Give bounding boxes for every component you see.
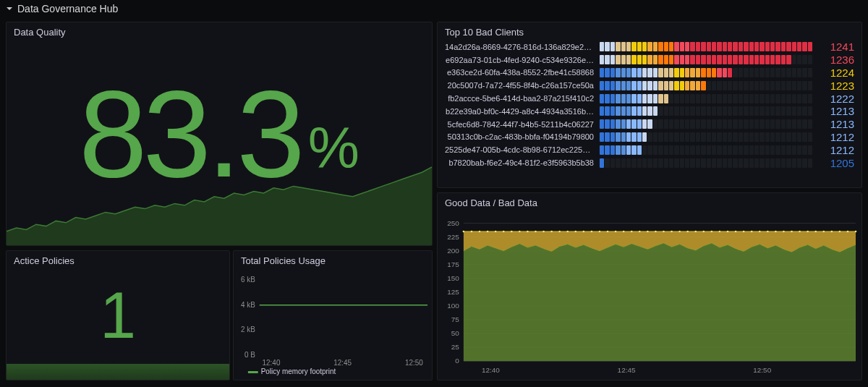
panel-title: Good Data / Bad Data [438,193,861,210]
client-heat-cells [600,42,812,51]
active-policies-value: 1 [7,251,229,380]
svg-point-32 [471,231,473,233]
client-id: 20c5007d-7a72-4f55-8f4b-c26a157ce50a [445,81,597,90]
client-row[interactable]: b7820bab-f6e2-49c4-81f2-e3f5963b5b381205 [445,156,854,169]
client-id: fb2accce-5be6-414d-baa2-87a215f410c2 [445,94,597,103]
panel-active-policies[interactable]: Actice Policies 1 [6,250,230,380]
client-heat-cells [600,68,812,77]
svg-point-52 [631,231,633,233]
panel-top10-bad-clients[interactable]: Top 10 Bad Clients 14a2d26a-8669-4276-81… [437,22,862,188]
svg-point-71 [783,231,785,233]
row-title: Data Governance Hub [17,3,118,14]
client-id: e363ce2d-60fa-438a-8552-2fbe41c58868 [445,68,597,77]
gdbd-chart: 025507510012515017520022525012:4012:4512… [438,213,861,377]
svg-text:100: 100 [447,302,459,310]
svg-text:125: 125 [447,288,459,296]
svg-point-38 [519,231,521,233]
client-heat-cells [600,132,812,142]
client-id: 14a2d26a-8669-4276-816d-136a829e2d… [445,43,597,51]
client-heat-cells [600,145,812,155]
panel-title: Data Quality [7,22,432,39]
client-heat-cells [600,106,812,116]
svg-point-53 [639,231,641,233]
svg-point-77 [831,231,833,233]
svg-point-33 [479,231,481,233]
top10-rows: 14a2d26a-8669-4276-816d-136a829e2d…1241e… [438,39,861,172]
svg-point-76 [822,231,825,233]
svg-text:0 B: 0 B [244,351,255,359]
svg-text:175: 175 [447,260,459,268]
client-id: b22e39a0-bf0c-4429-a8c4-4934a3516b… [445,107,597,116]
client-value: 1213 [815,105,854,117]
svg-point-36 [503,231,505,233]
svg-text:250: 250 [447,219,459,227]
row-header[interactable]: Data Governance Hub [0,0,868,17]
client-value: 1212 [815,131,854,143]
client-heat-cells [600,55,812,64]
svg-point-46 [583,231,585,233]
panel-total-policies-usage[interactable]: Total Policies Usage 0 B2 kB4 kB6 kB12:4… [233,250,433,380]
client-row[interactable]: 2525de47-005b-4cdc-8b98-6712ec225e…1212 [445,143,854,156]
client-row[interactable]: b22e39a0-bf0c-4429-a8c4-4934a3516b…1213 [445,105,854,118]
svg-text:12:40: 12:40 [263,359,281,367]
svg-text:12:50: 12:50 [753,366,771,374]
svg-point-39 [527,231,529,233]
client-row[interactable]: 20c5007d-7a72-4f55-8f4b-c26a157ce50a1223 [445,79,854,92]
svg-point-47 [591,231,593,233]
client-row[interactable]: e692aa73-01cb-4fed-9240-c534e9326e…1236 [445,54,854,67]
svg-text:2 kB: 2 kB [241,326,255,333]
data-quality-sparkline [7,158,432,245]
client-id: b7820bab-f6e2-49c4-81f2-e3f5963b5b38 [445,158,597,167]
svg-point-55 [655,231,657,233]
svg-text:0: 0 [455,357,459,365]
client-row[interactable]: 50313c0b-c2ac-483b-bbfa-f04194b798001212 [445,131,854,144]
svg-text:12:45: 12:45 [618,366,636,374]
svg-point-69 [767,231,769,233]
svg-point-35 [495,231,497,233]
svg-point-62 [711,231,713,233]
svg-point-58 [678,231,681,233]
svg-point-75 [814,231,817,233]
svg-point-48 [599,231,601,233]
client-row[interactable]: 5cfec6d8-7842-44f7-b4b5-5211b4c062271213 [445,118,854,131]
svg-point-66 [743,231,745,233]
client-id: 50313c0b-c2ac-483b-bbfa-f04194b79800 [445,132,597,141]
svg-point-73 [799,231,801,233]
svg-point-63 [719,231,721,233]
dashboard-grid: Data Quality 83.3 % Actice Policies 1 To… [0,17,868,387]
svg-point-79 [847,231,849,233]
svg-point-61 [703,231,705,233]
panel-title: Total Policies Usage [234,251,432,268]
svg-point-80 [855,231,857,233]
svg-point-49 [607,231,609,233]
svg-point-40 [535,231,537,233]
client-row[interactable]: fb2accce-5be6-414d-baa2-87a215f410c21222 [445,92,854,105]
client-value: 1222 [815,93,854,105]
svg-point-68 [759,231,761,233]
client-value: 1212 [815,144,854,156]
svg-text:12:45: 12:45 [333,359,352,367]
panel-good-bad-data[interactable]: Good Data / Bad Data 0255075100125150175… [437,192,862,380]
svg-point-31 [463,231,465,233]
chevron-down-icon [6,3,17,14]
client-id: 2525de47-005b-4cdc-8b98-6712ec225e… [445,145,597,154]
svg-point-74 [807,231,809,233]
active-policies-bar [7,364,229,380]
svg-text:50: 50 [451,329,460,337]
client-value: 1236 [815,54,854,66]
svg-point-51 [623,231,625,233]
panel-data-quality[interactable]: Data Quality 83.3 % [6,22,433,246]
svg-point-37 [511,231,513,233]
client-value: 1223 [815,80,854,92]
svg-text:6 kB: 6 kB [241,276,255,284]
tpu-chart: 0 B2 kB4 kB6 kB12:4012:4512:50Policy mem… [234,271,432,380]
svg-point-41 [542,231,545,233]
client-heat-cells [600,158,812,168]
client-value: 1213 [815,118,854,130]
client-heat-cells [600,81,812,90]
svg-point-56 [663,231,665,233]
client-row[interactable]: e363ce2d-60fa-438a-8552-2fbe41c588681224 [445,67,854,80]
client-value: 1224 [815,67,854,79]
client-id: 5cfec6d8-7842-44f7-b4b5-5211b4c06227 [445,120,597,129]
client-row[interactable]: 14a2d26a-8669-4276-816d-136a829e2d…1241 [445,41,854,54]
